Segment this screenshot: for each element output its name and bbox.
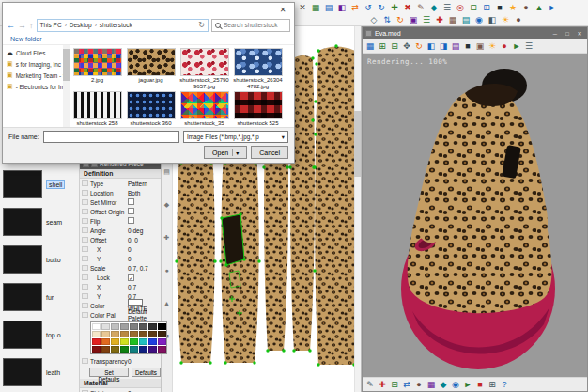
palette-swatch[interactable] bbox=[130, 338, 138, 345]
palette-swatch[interactable] bbox=[158, 346, 166, 353]
breadcrumb-this-pc[interactable]: This PC bbox=[40, 22, 62, 28]
light-icon[interactable]: ☀ bbox=[500, 14, 511, 25]
palette-swatch[interactable] bbox=[158, 338, 166, 345]
file-thumbnail[interactable] bbox=[127, 91, 176, 119]
palette-swatch[interactable] bbox=[92, 346, 101, 353]
star-icon[interactable]: ★ bbox=[507, 2, 518, 13]
draw-icon[interactable]: ✎ bbox=[364, 379, 376, 390]
shaded-icon[interactable]: ■ bbox=[462, 40, 473, 52]
palette-swatch[interactable] bbox=[120, 323, 129, 330]
help-icon[interactable]: ? bbox=[499, 379, 510, 390]
shape-icon[interactable]: ◆ bbox=[428, 2, 440, 13]
rotate-icon[interactable]: ↻ bbox=[395, 14, 406, 25]
back-icon[interactable]: ← bbox=[7, 21, 15, 30]
palette-swatch[interactable] bbox=[148, 346, 157, 353]
drape-icon[interactable]: ◆ bbox=[438, 379, 449, 390]
prop-row-scale[interactable]: Scale0.7, 0.7 bbox=[80, 263, 161, 273]
layer-row-fur[interactable]: fur bbox=[0, 278, 79, 316]
workspace-scrollbar[interactable] bbox=[354, 26, 361, 392]
prop-row-set-mirror[interactable]: Set Mirror bbox=[80, 197, 161, 207]
layer-row-shell[interactable]: shell bbox=[0, 165, 79, 203]
layer-row-button[interactable]: butto bbox=[0, 241, 79, 278]
prop-toggle[interactable] bbox=[82, 209, 88, 214]
palette-swatch[interactable] bbox=[111, 331, 119, 337]
prop-toggle[interactable] bbox=[82, 227, 88, 233]
prop-toggle[interactable] bbox=[82, 256, 88, 261]
orbit-icon[interactable]: ↻ bbox=[413, 40, 425, 52]
prop-row-lock[interactable]: Lock✓ bbox=[80, 273, 161, 282]
layer-row-seam[interactable]: seam bbox=[0, 203, 79, 241]
prop-row-offset-x[interactable]: X0 bbox=[80, 244, 161, 254]
swap-icon[interactable]: ⇄ bbox=[349, 2, 361, 13]
palette-swatch[interactable] bbox=[120, 331, 129, 337]
set-mirror-checkbox[interactable] bbox=[128, 198, 134, 205]
record-icon[interactable]: ● bbox=[499, 40, 510, 52]
forward-icon[interactable]: → bbox=[18, 21, 26, 30]
fabric-icon[interactable]: ▦ bbox=[447, 14, 458, 25]
up-icon[interactable]: ↑ bbox=[29, 21, 34, 30]
palette-swatch[interactable] bbox=[130, 346, 138, 353]
palette-swatch[interactable] bbox=[101, 346, 110, 353]
prop-row-type[interactable]: TypePattern bbox=[80, 179, 161, 188]
file-name-input[interactable] bbox=[43, 131, 179, 143]
file-item[interactable]: shutterstock 525 bbox=[231, 91, 285, 127]
maximize-button[interactable]: □ bbox=[563, 31, 572, 37]
file-thumbnail[interactable] bbox=[73, 91, 122, 119]
layer-row-leather[interactable]: leath bbox=[0, 353, 79, 391]
close-button[interactable]: ✕ bbox=[575, 30, 584, 37]
walk-icon[interactable]: ⇄ bbox=[401, 379, 412, 390]
viewer-title-bar[interactable]: Eva.mod ─ □ ✕ bbox=[363, 27, 587, 39]
file-thumbnail[interactable] bbox=[180, 48, 229, 76]
open-button[interactable]: Open▾ bbox=[204, 146, 247, 159]
palette-swatch[interactable] bbox=[130, 331, 138, 337]
measure-icon[interactable]: ⊟ bbox=[468, 2, 479, 13]
palette-swatch[interactable] bbox=[139, 338, 147, 345]
viewer-3d-viewport[interactable]: Rendering... 100% bbox=[363, 54, 587, 377]
grid-icon[interactable]: ▦ bbox=[310, 2, 321, 13]
marker-icon[interactable]: ◆ bbox=[162, 200, 171, 209]
palette-swatch[interactable] bbox=[92, 323, 101, 330]
zoom-in-icon[interactable]: ⊞ bbox=[377, 40, 388, 52]
zoom-out-icon[interactable]: ⊟ bbox=[389, 40, 400, 52]
file-item[interactable]: shutterstock_263044782.jpg bbox=[231, 48, 285, 89]
palette-swatch[interactable] bbox=[111, 338, 119, 345]
stitch-icon[interactable]: ☰ bbox=[421, 14, 432, 25]
search-input[interactable] bbox=[224, 22, 286, 28]
defaults-button[interactable]: Defaults bbox=[132, 368, 161, 377]
file-thumbnail[interactable] bbox=[234, 91, 283, 119]
prop-row-angle[interactable]: Angle0 deg bbox=[80, 226, 161, 235]
prop-toggle[interactable] bbox=[82, 303, 88, 308]
file-item[interactable]: shutterstock 360 bbox=[124, 91, 178, 127]
tape-icon[interactable]: ⊟ bbox=[389, 379, 400, 390]
texture-toggle-icon[interactable]: ▣ bbox=[474, 40, 486, 52]
close-panel-icon[interactable]: ✕ bbox=[297, 2, 308, 13]
file-item[interactable]: jaguar.jpg bbox=[124, 48, 178, 89]
move-icon[interactable]: ⇅ bbox=[381, 14, 393, 25]
file-thumbnail[interactable] bbox=[73, 48, 122, 76]
prop-row-offset-origin[interactable]: Offset Origin bbox=[80, 207, 161, 216]
pose-icon[interactable]: ● bbox=[413, 379, 425, 390]
flip-checkbox[interactable] bbox=[128, 217, 134, 224]
palette-swatch[interactable] bbox=[120, 338, 129, 345]
new-folder-button[interactable]: New folder bbox=[10, 36, 41, 42]
add-piece-icon[interactable]: ✚ bbox=[389, 2, 400, 13]
prop-row-transparency[interactable]: Transparency0 bbox=[80, 356, 161, 366]
palette-swatch[interactable] bbox=[101, 331, 110, 337]
prop-toggle[interactable] bbox=[82, 284, 88, 290]
prop-row-color-pal[interactable]: Color PalDefault Palette bbox=[80, 310, 161, 320]
prop-toggle[interactable] bbox=[82, 265, 88, 271]
menu-icon[interactable]: ☰ bbox=[441, 2, 453, 13]
prop-toggle[interactable] bbox=[82, 293, 88, 299]
palette-swatch[interactable] bbox=[130, 323, 138, 330]
palette-swatch[interactable] bbox=[92, 331, 101, 337]
palette-swatch[interactable] bbox=[139, 323, 147, 330]
edit-icon[interactable]: ✎ bbox=[415, 2, 426, 13]
snap-icon[interactable]: ⊞ bbox=[481, 2, 492, 13]
table-icon[interactable]: ▤ bbox=[323, 2, 334, 13]
prop-row-scale-x[interactable]: X0.7 bbox=[80, 282, 161, 291]
delete-piece-icon[interactable]: ✖ bbox=[402, 2, 413, 13]
point-icon[interactable]: ● bbox=[162, 266, 171, 274]
undo-icon[interactable]: ↺ bbox=[363, 2, 374, 13]
prop-row-location[interactable]: LocationBoth bbox=[80, 188, 161, 197]
pattern-piece[interactable] bbox=[177, 133, 214, 364]
